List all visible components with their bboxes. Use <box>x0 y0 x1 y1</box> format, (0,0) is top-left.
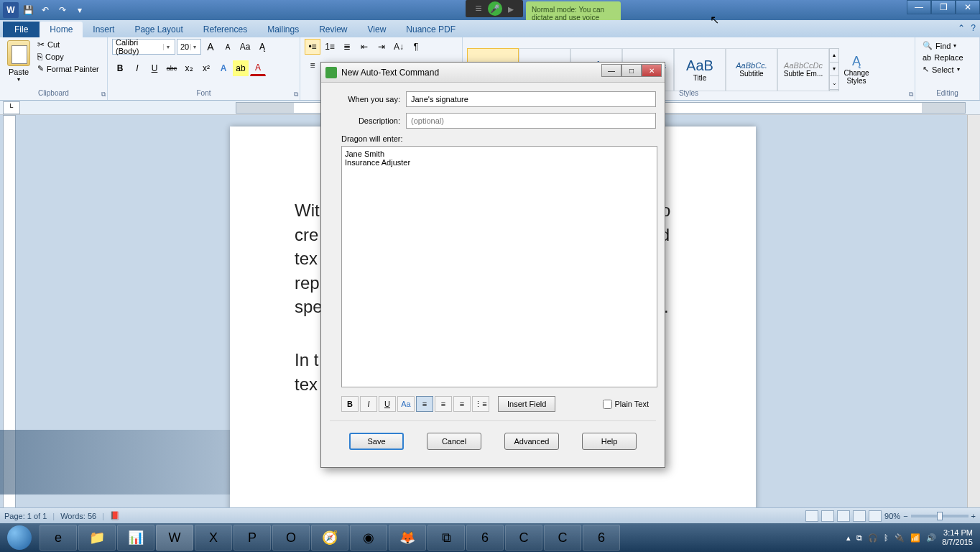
taskbar-outlook[interactable]: O <box>272 525 310 551</box>
zoom-in-button[interactable]: + <box>971 512 976 520</box>
zoom-slider[interactable] <box>911 515 969 518</box>
dragon-mic-icon[interactable]: 🎤 <box>488 1 502 16</box>
when-you-say-input[interactable] <box>406 91 656 107</box>
taskbar-ie[interactable]: e <box>40 525 77 551</box>
decrease-indent-button[interactable]: ⇤ <box>356 39 372 55</box>
paste-button[interactable]: Paste ▾ <box>4 39 33 83</box>
taskbar-firefox[interactable]: 🦊 <box>389 525 426 551</box>
cut-button[interactable]: Cut <box>36 39 101 50</box>
font-color-button[interactable]: A <box>250 60 266 76</box>
taskbar-camtasia[interactable]: C <box>505 525 542 551</box>
sort-button[interactable]: A↓ <box>391 39 407 55</box>
minimize-button[interactable]: — <box>907 0 931 14</box>
taskbar-chrome[interactable]: ◉ <box>350 525 387 551</box>
status-proofing-icon[interactable]: 📕 <box>110 511 120 520</box>
insert-field-button[interactable]: Insert Field <box>498 396 555 412</box>
tray-overflow-icon[interactable]: ▴ <box>846 533 851 543</box>
align-left-button[interactable]: ≡ <box>305 58 320 73</box>
tray-dropbox-icon[interactable]: ⧉ <box>856 533 862 543</box>
zoom-level[interactable]: 90% <box>884 512 900 520</box>
highlight-button[interactable]: ab <box>233 60 249 76</box>
tray-volume-icon[interactable]: 🔊 <box>926 533 936 543</box>
format-painter-button[interactable]: Format Painter <box>36 63 101 74</box>
clear-formatting-button[interactable]: Ą <box>254 39 270 55</box>
replace-button[interactable]: abReplace <box>920 52 966 63</box>
taskbar-dragon-1[interactable]: 6 <box>466 525 504 551</box>
view-full-screen-button[interactable] <box>821 510 834 522</box>
superscript-button[interactable]: x² <box>198 60 214 76</box>
font-size-combo[interactable]: 20▾ <box>177 39 201 55</box>
taskbar-explorer[interactable]: 📁 <box>78 525 116 551</box>
dialog-minimize-button[interactable]: — <box>601 64 621 77</box>
start-button[interactable] <box>0 523 39 552</box>
description-input[interactable] <box>406 113 656 129</box>
taskbar-dragon-2[interactable]: 6 <box>583 525 620 551</box>
underline-button[interactable]: U <box>147 60 162 76</box>
zoom-thumb[interactable] <box>937 512 943 520</box>
tab-home[interactable]: Home <box>40 22 83 37</box>
bullets-button[interactable]: •≡ <box>305 39 320 55</box>
bold-button[interactable]: B <box>112 60 128 76</box>
multilevel-list-button[interactable]: ≣ <box>339 39 355 55</box>
text-effects-button[interactable]: A <box>216 60 231 76</box>
dragon-menu-icon[interactable]: ▸ <box>508 2 514 16</box>
tray-clock[interactable]: 3:14 PM 8/7/2015 <box>942 528 973 547</box>
taskbar-word[interactable]: W <box>156 525 193 551</box>
italic-button[interactable]: I <box>129 60 145 76</box>
find-button[interactable]: 🔍Find▾ <box>920 40 959 51</box>
dialog-titlebar[interactable]: New Auto-Text Command — □ ✕ <box>321 63 665 83</box>
dialog-close-button[interactable]: ✕ <box>642 64 662 77</box>
view-web-layout-button[interactable] <box>837 510 850 522</box>
taskbar-app-1[interactable]: 📊 <box>117 525 154 551</box>
dlg-align-right-button[interactable]: ≡ <box>453 396 471 412</box>
scroll-down-icon[interactable]: ▾ <box>830 63 838 76</box>
plain-text-checkbox[interactable]: Plain Text <box>603 400 650 409</box>
tab-selector[interactable]: L <box>3 101 20 114</box>
qat-customize-icon[interactable]: ▾ <box>72 2 88 18</box>
taskbar-camtasia-rec[interactable]: C <box>544 525 581 551</box>
show-marks-button[interactable]: ¶ <box>408 39 424 55</box>
taskbar-dropbox[interactable]: ⧉ <box>427 525 465 551</box>
qat-save[interactable]: 💾 <box>20 2 36 18</box>
tab-mailings[interactable]: Mailings <box>257 22 309 37</box>
dragon-bar[interactable]: ≡ 🎤 ▸ <box>466 0 523 17</box>
plain-text-checkbox-input[interactable] <box>603 400 612 409</box>
change-styles-button[interactable]: Ą Change Styles <box>839 54 874 85</box>
tray-bluetooth-icon[interactable]: ᛒ <box>884 533 889 542</box>
subscript-button[interactable]: x₂ <box>181 60 197 76</box>
increase-indent-button[interactable]: ⇥ <box>374 39 389 55</box>
dlg-font-button[interactable]: Aa <box>397 396 415 412</box>
close-button[interactable]: ✕ <box>956 0 980 14</box>
tray-power-icon[interactable]: 🔌 <box>895 533 905 543</box>
tab-review[interactable]: Review <box>309 22 357 37</box>
tab-references[interactable]: References <box>193 22 257 37</box>
tab-nuance-pdf[interactable]: Nuance PDF <box>396 22 466 37</box>
qat-undo[interactable]: ↶ <box>37 2 53 18</box>
font-launcher-icon[interactable]: ⧉ <box>294 89 298 99</box>
shrink-font-button[interactable]: A <box>220 39 236 55</box>
style-subtle-emphasis[interactable]: AaBbCcDcSubtle Em... <box>777 48 829 91</box>
dlg-underline-button[interactable]: U <box>379 396 396 412</box>
view-print-layout-button[interactable] <box>805 510 818 522</box>
styles-launcher-icon[interactable]: ⧉ <box>909 89 913 99</box>
tab-view[interactable]: View <box>358 22 397 37</box>
save-button[interactable]: Save <box>349 433 404 450</box>
view-draft-button[interactable] <box>869 510 882 522</box>
select-button[interactable]: ↖Select▾ <box>920 64 963 75</box>
scroll-up-icon[interactable]: ▴ <box>830 49 838 63</box>
style-title[interactable]: AaBTitle <box>674 48 726 91</box>
dlg-align-left-button[interactable]: ≡ <box>416 396 433 412</box>
taskbar-powerpoint[interactable]: P <box>234 525 271 551</box>
dlg-align-center-button[interactable]: ≡ <box>435 396 452 412</box>
dlg-bold-button[interactable]: B <box>341 396 359 412</box>
taskbar-excel[interactable]: X <box>195 525 232 551</box>
paste-dropdown-icon[interactable]: ▾ <box>17 76 20 83</box>
advanced-button[interactable]: Advanced <box>504 433 559 450</box>
qat-redo[interactable]: ↷ <box>55 2 70 18</box>
tab-file[interactable]: File <box>3 22 40 37</box>
styles-scroll[interactable]: ▴▾⌄ <box>829 48 839 91</box>
view-outline-button[interactable] <box>853 510 866 522</box>
vertical-scrollbar[interactable] <box>967 115 980 523</box>
vertical-ruler[interactable] <box>3 115 16 523</box>
dlg-italic-button[interactable]: I <box>360 396 377 412</box>
